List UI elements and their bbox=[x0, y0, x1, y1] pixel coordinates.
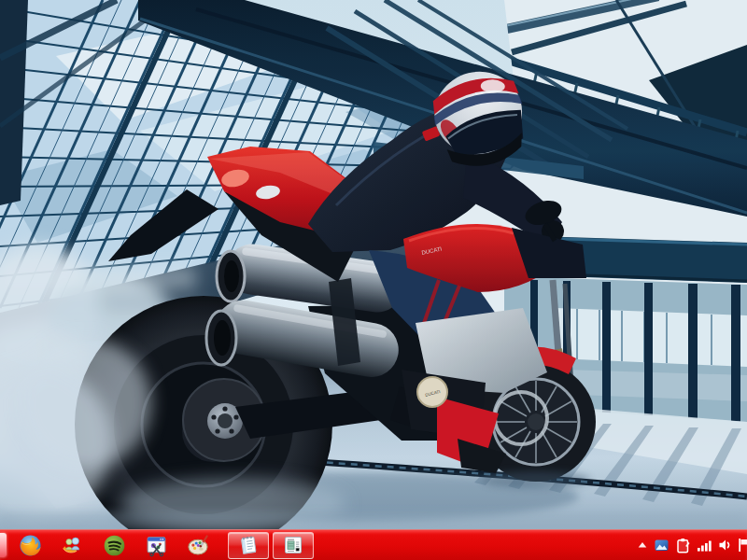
wallpaper-image: DUCATI bbox=[0, 0, 747, 530]
tray-app-button[interactable] bbox=[654, 538, 669, 553]
clipboard-icon bbox=[676, 538, 690, 553]
taskbar-button-notepad[interactable] bbox=[228, 532, 269, 559]
speaker-icon bbox=[718, 539, 732, 552]
clipboard-tray-button[interactable] bbox=[676, 538, 690, 553]
snipping-tool-icon bbox=[145, 534, 168, 557]
taskbar-icon-firefox[interactable] bbox=[18, 533, 42, 557]
taskbar-button-document-viewer[interactable] bbox=[273, 532, 314, 559]
tray-app-icon bbox=[654, 538, 669, 553]
document-viewer-icon bbox=[282, 534, 304, 556]
taskbar-icon-spotify[interactable] bbox=[102, 533, 126, 557]
firefox-icon bbox=[19, 534, 42, 557]
volume-tray-button[interactable] bbox=[718, 539, 732, 552]
spotify-icon bbox=[103, 534, 126, 557]
taskbar bbox=[0, 529, 747, 560]
action-center-flag-button[interactable] bbox=[739, 538, 747, 553]
messenger-buddies-icon bbox=[61, 534, 84, 557]
notepad-icon bbox=[237, 534, 260, 556]
show-hidden-icons-button[interactable] bbox=[638, 541, 647, 549]
taskbar-icon-messenger[interactable] bbox=[60, 533, 84, 557]
desktop-wallpaper-area[interactable]: DUCATI bbox=[0, 0, 747, 530]
chevron-up-icon bbox=[638, 541, 647, 549]
bottom-haze bbox=[0, 511, 747, 530]
paint-palette-icon bbox=[187, 534, 210, 557]
network-tray-button[interactable] bbox=[697, 539, 712, 552]
flag-icon bbox=[739, 538, 747, 553]
start-edge-sliver[interactable] bbox=[0, 533, 7, 557]
taskbar-icon-paint[interactable] bbox=[186, 533, 210, 557]
color-tint-overlay bbox=[0, 0, 747, 530]
system-tray bbox=[638, 538, 747, 553]
taskbar-icon-snipping-tool[interactable] bbox=[144, 533, 168, 557]
network-signal-icon bbox=[697, 539, 712, 552]
windows-desktop-screen: DUCATI bbox=[0, 0, 747, 560]
